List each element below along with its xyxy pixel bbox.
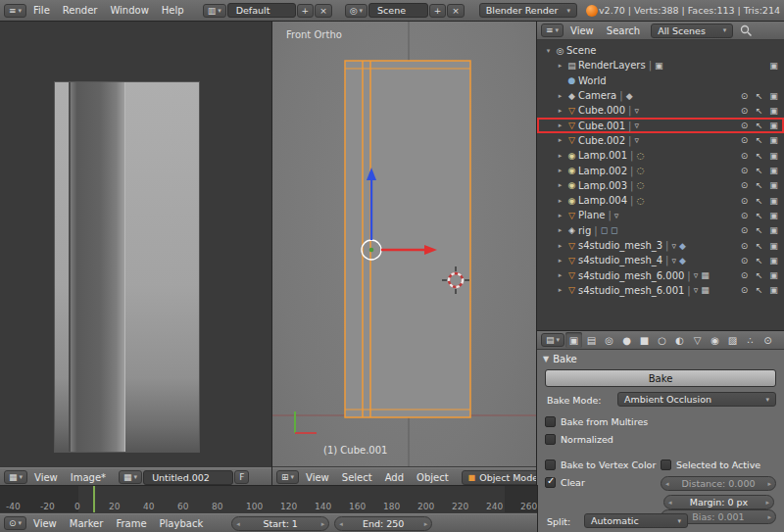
mode-dropdown[interactable]: ■ Object Mode ▾ [462, 470, 548, 485]
visibility-eye-icon[interactable]: ⊙ [738, 211, 751, 220]
3d-viewport[interactable]: Front Ortho (1) Cube.001 ⊞ ▾ View Select… [272, 22, 537, 486]
tab-object-data[interactable]: ▽ [689, 332, 706, 348]
renderable-camera-icon[interactable]: ▣ [767, 106, 780, 116]
search-icon[interactable] [740, 24, 753, 37]
increment-arrow-icon[interactable]: ▸ [321, 520, 325, 528]
selectable-cursor-icon[interactable]: ↖ [753, 106, 765, 116]
menu-playback[interactable]: Playback [154, 518, 210, 529]
viewport-canvas[interactable]: Front Ortho (1) Cube.001 [272, 22, 537, 467]
end-frame-field[interactable]: ◂ End: 250 ▸ [334, 516, 432, 531]
tab-modifiers[interactable]: ◐ [671, 332, 688, 348]
bake-mode-dropdown[interactable]: Ambient Occlusion ▾ [617, 392, 776, 407]
timeline[interactable]: -40-200204060801001201401601802002202402… [0, 486, 537, 532]
tab-constraints[interactable]: ○ [654, 332, 670, 348]
screen-layout-field[interactable]: Default [227, 3, 296, 18]
visibility-eye-icon[interactable]: ⊙ [738, 241, 751, 251]
tab-render[interactable]: ▣ [565, 332, 582, 348]
increment-arrow-icon[interactable]: ▸ [766, 499, 770, 507]
increment-arrow-icon[interactable]: ▸ [424, 520, 428, 528]
outliner-row-Cube.002[interactable]: ▸▽Cube.002|▿⊙↖▣ [537, 133, 784, 148]
selectable-cursor-icon[interactable]: ↖ [753, 151, 765, 161]
tab-render-layers[interactable]: ▤ [583, 332, 600, 348]
tab-physics[interactable]: ⊙ [760, 332, 776, 348]
visibility-eye-icon[interactable]: ⊙ [738, 91, 751, 101]
editor-type-button[interactable]: ⊙ ▾ [4, 516, 26, 530]
disclosure-icon[interactable]: ▸ [555, 181, 565, 189]
renderable-camera-icon[interactable]: ▣ [767, 61, 780, 71]
outliner-row-Plane[interactable]: ▸▽Plane|▿⊙↖▣ [537, 208, 784, 222]
menu-view[interactable]: View [28, 472, 64, 483]
menu-select[interactable]: Select [336, 472, 378, 483]
visibility-eye-icon[interactable]: ⊙ [738, 166, 751, 175]
normalized-checkbox[interactable]: Normalized [545, 434, 613, 445]
disclosure-icon[interactable]: ▸ [555, 62, 565, 70]
editor-type-button[interactable]: ▦ ▾ [4, 470, 27, 484]
menu-view[interactable]: View [27, 518, 63, 529]
selectable-cursor-icon[interactable]: ↖ [753, 135, 765, 145]
display-mode-dropdown[interactable]: All Scenes ▾ [651, 24, 733, 38]
renderable-camera-icon[interactable]: ▣ [767, 135, 780, 145]
selectable-cursor-icon[interactable]: ↖ [753, 225, 765, 235]
outliner-row-Scene[interactable]: ▾◎Scene [537, 43, 784, 58]
selectable-cursor-icon[interactable]: ↖ [753, 166, 765, 175]
outliner-row-s4studio_mesh_4[interactable]: ▸▽s4studio_mesh_4|▿◆⊙↖▣ [537, 253, 784, 267]
menu-file[interactable]: File [27, 5, 56, 16]
renderable-camera-icon[interactable]: ▣ [767, 241, 780, 251]
editor-type-button[interactable]: ▤ ▾ [541, 333, 564, 347]
image-name-field[interactable]: Untitled.002 [143, 470, 233, 485]
outliner-row-RenderLayers[interactable]: ▸▤RenderLayers|▣▣ [537, 58, 784, 73]
disclosure-icon[interactable]: ▸ [555, 197, 565, 205]
outliner[interactable]: ≡ ▾ View Search All Scenes ▾ ▾◎Scene▸▤Re… [537, 22, 784, 331]
menu-help[interactable]: Help [156, 5, 190, 16]
outliner-row-Lamp.001[interactable]: ▸◉Lamp.001|◌⊙↖▣ [537, 148, 784, 163]
disclosure-icon[interactable]: ▸ [555, 226, 565, 234]
selected-object-wireframe[interactable] [345, 61, 470, 417]
renderable-camera-icon[interactable]: ▣ [767, 196, 780, 206]
visibility-eye-icon[interactable]: ⊙ [738, 151, 751, 161]
uv-image-editor[interactable]: ▦ ▾ View Image* ▦ ▾ Untitled.002 F [0, 22, 272, 486]
disclosure-icon[interactable]: ▸ [555, 271, 565, 279]
menu-add[interactable]: Add [379, 472, 410, 483]
editor-type-button[interactable]: ≡ ▾ [4, 4, 26, 18]
tab-particles[interactable]: ∴ [742, 332, 759, 348]
menu-image[interactable]: Image* [65, 472, 112, 483]
menu-object[interactable]: Object [411, 472, 455, 483]
disclosure-icon[interactable]: ▸ [555, 242, 565, 250]
disclosure-icon[interactable]: ▾ [543, 47, 554, 55]
visibility-eye-icon[interactable]: ⊙ [738, 270, 751, 280]
visibility-eye-icon[interactable]: ⊙ [738, 256, 751, 266]
outliner-row-World[interactable]: ●World [537, 73, 784, 88]
image-browse-button[interactable]: ▦ ▾ [119, 470, 142, 484]
tab-texture[interactable]: ▨ [724, 332, 741, 348]
renderable-camera-icon[interactable]: ▣ [767, 121, 780, 130]
bake-button[interactable]: Bake [545, 369, 776, 387]
renderable-camera-icon[interactable]: ▣ [767, 285, 780, 295]
visibility-eye-icon[interactable]: ⊙ [738, 180, 751, 190]
uv-image-canvas[interactable] [0, 22, 272, 467]
increment-arrow-icon[interactable]: ▸ [767, 513, 771, 521]
selectable-cursor-icon[interactable]: ↖ [753, 285, 765, 295]
add-scene-button[interactable]: + [429, 4, 447, 18]
visibility-eye-icon[interactable]: ⊙ [738, 225, 751, 235]
selectable-cursor-icon[interactable]: ↖ [753, 91, 765, 101]
close-scene-button[interactable]: × [447, 4, 465, 18]
disclosure-icon[interactable]: ▸ [555, 152, 565, 160]
clear-checkbox[interactable]: Clear [545, 477, 585, 488]
renderable-camera-icon[interactable]: ▣ [767, 180, 780, 190]
renderable-camera-icon[interactable]: ▣ [767, 225, 780, 235]
selected-to-active-checkbox[interactable]: Selected to Active [661, 459, 760, 470]
outliner-row-s4studio_mesh_6.001[interactable]: ▸▽s4studio_mesh_6.001|▿▦⊙↖▣ [537, 283, 784, 298]
visibility-eye-icon[interactable]: ⊙ [738, 196, 751, 206]
selectable-cursor-icon[interactable]: ↖ [753, 121, 765, 130]
outliner-row-Lamp.003[interactable]: ▸◉Lamp.003|◌⊙↖▣ [537, 178, 784, 193]
disclosure-icon[interactable]: ▸ [555, 121, 565, 129]
tab-world[interactable]: ● [618, 332, 635, 348]
outliner-row-Cube.001[interactable]: ▸▽Cube.001|▿⊙↖▣ [537, 118, 784, 132]
bake-panel-header[interactable]: ▼ Bake [543, 354, 577, 364]
selectable-cursor-icon[interactable]: ↖ [753, 180, 765, 190]
tab-scene[interactable]: ◎ [601, 332, 617, 348]
bake-to-vertex-color-checkbox[interactable]: Bake to Vertex Color [545, 459, 656, 470]
outliner-row-Camera[interactable]: ▸◆Camera|◆⊙↖▣ [537, 88, 784, 103]
menu-window[interactable]: Window [104, 5, 154, 16]
menu-search[interactable]: Search [601, 25, 646, 36]
